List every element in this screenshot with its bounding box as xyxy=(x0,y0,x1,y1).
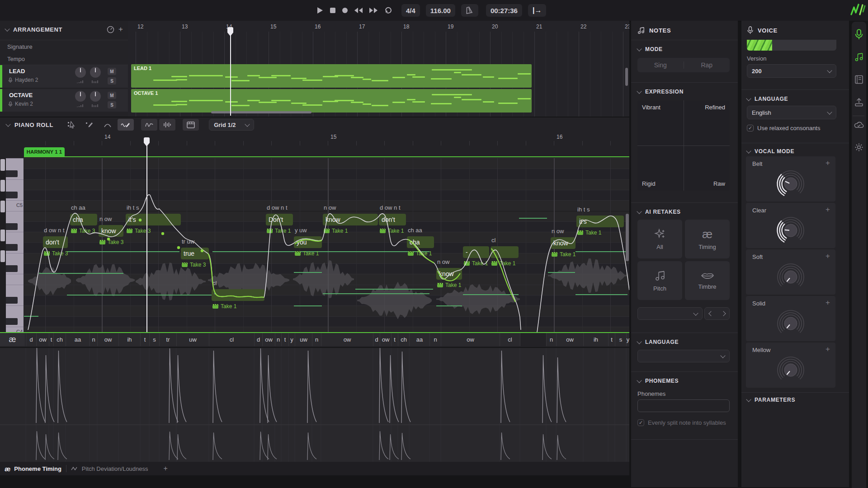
note-lyric-chip[interactable]: ' xyxy=(212,289,264,301)
note-take-label[interactable]: Take 1 xyxy=(212,303,236,310)
phoneme-cell[interactable]: y xyxy=(626,333,629,346)
phoneme-cell[interactable]: s xyxy=(149,333,159,346)
evenly-split-checkbox[interactable]: ✓ xyxy=(637,419,644,426)
phoneme-cell[interactable]: n xyxy=(312,333,321,346)
sidebar-cloud-icon[interactable] xyxy=(854,119,864,130)
note-group-chip[interactable]: HARMONY 1 1 xyxy=(24,147,65,156)
phoneme-cell[interactable]: ih xyxy=(583,333,608,346)
phoneme-cell[interactable]: ih xyxy=(118,333,140,346)
take-select-dropdown[interactable] xyxy=(637,307,703,320)
note-lyric-chip[interactable]: you xyxy=(294,236,322,248)
note-take-label[interactable]: Take 1 xyxy=(552,251,576,258)
viewport-range-bar[interactable] xyxy=(211,111,311,113)
phoneme-cell[interactable]: aa xyxy=(66,333,90,346)
note-lyric-chip[interactable]: cha xyxy=(407,236,434,248)
arrangement-collapse-icon[interactable] xyxy=(5,26,9,31)
vocal-mode-add-button[interactable]: + xyxy=(826,252,830,261)
tempo-row[interactable]: Tempo xyxy=(0,53,128,65)
tempo-map-icon[interactable] xyxy=(107,26,114,33)
phoneme-cell[interactable]: n xyxy=(429,333,441,346)
mute-button[interactable]: M xyxy=(108,92,116,99)
solo-button[interactable]: S xyxy=(108,101,116,108)
sidebar-library-icon[interactable] xyxy=(854,74,864,85)
pitch-draw-tool-button[interactable] xyxy=(118,119,134,131)
expression-collapse-icon[interactable] xyxy=(637,89,642,94)
note-take-label[interactable]: Take 3 xyxy=(99,239,123,245)
retake-all-button[interactable]: All xyxy=(637,220,682,258)
sidebar-music-note-icon[interactable] xyxy=(854,52,864,62)
sidebar-export-icon[interactable] xyxy=(854,97,864,108)
phoneme-cell[interactable]: d xyxy=(254,333,262,346)
phoneme-cell[interactable]: s xyxy=(615,333,626,346)
volume-knob[interactable] xyxy=(75,90,86,102)
draw-tool-button[interactable] xyxy=(81,119,98,131)
pan-knob[interactable] xyxy=(90,90,101,102)
clear-knob[interactable] xyxy=(770,215,811,246)
vocal-mode-add-button[interactable]: + xyxy=(826,159,830,168)
ai-retakes-collapse-icon[interactable] xyxy=(637,209,642,214)
arrangement-playhead-line[interactable] xyxy=(230,30,231,116)
mode-sing-button[interactable]: Sing xyxy=(637,61,684,69)
take-prev-button[interactable] xyxy=(708,311,713,316)
vocal-mode-add-button[interactable]: + xyxy=(826,205,830,214)
keys-scroll-chip[interactable] xyxy=(0,230,5,241)
piano-roll-playhead-head[interactable] xyxy=(144,137,150,146)
phoneme-cell[interactable]: uw xyxy=(176,333,209,346)
note-take-label[interactable]: Take 1 xyxy=(491,260,515,267)
belt-knob[interactable] xyxy=(770,168,811,200)
note-take-label[interactable]: Take 1 xyxy=(295,250,319,257)
piano-roll-collapse-icon[interactable] xyxy=(5,122,10,127)
phoneme-cell[interactable]: tr xyxy=(159,333,176,346)
mode-rap-button[interactable]: Rap xyxy=(684,61,730,69)
phoneme-cell[interactable]: ow xyxy=(380,333,391,346)
volume-knob[interactable] xyxy=(75,66,86,78)
phoneme-cell[interactable]: cl xyxy=(500,333,520,346)
note-lyric-chip[interactable]: don't xyxy=(43,236,68,248)
note-take-label[interactable]: Take 1 xyxy=(380,228,404,234)
note-lyric-chip[interactable]: know xyxy=(99,225,123,237)
phoneme-cell[interactable]: t xyxy=(49,333,53,346)
keys-scroll-chip[interactable] xyxy=(0,201,5,212)
sidebar-microphone-icon[interactable] xyxy=(854,29,864,40)
note-lyric-chip[interactable]: it's xyxy=(576,216,624,227)
record-button[interactable] xyxy=(342,7,348,14)
tempo-display[interactable]: 116.00 xyxy=(426,4,455,17)
mute-button[interactable]: M xyxy=(108,68,116,75)
pan-knob[interactable] xyxy=(90,66,101,78)
time-position-display[interactable]: 00:27:36 xyxy=(486,4,522,17)
arrangement-clip[interactable]: LEAD 1 xyxy=(131,64,532,88)
relaxed-consonants-checkbox[interactable]: ✓ xyxy=(747,125,754,131)
note-take-label[interactable]: Take 3 xyxy=(44,250,68,257)
metronome-button[interactable] xyxy=(461,4,478,17)
vocal-mode-add-button[interactable]: + xyxy=(826,298,830,307)
retake-timbre-button[interactable]: Timbre xyxy=(685,261,730,300)
note-lyric-chip[interactable]: true xyxy=(181,248,209,259)
grid-size-dropdown[interactable]: Grid 1/2 xyxy=(209,119,254,131)
arrangement-playhead-head[interactable] xyxy=(227,27,233,36)
phoneme-cell[interactable]: ow xyxy=(321,333,373,346)
note-language-dropdown[interactable] xyxy=(637,350,730,362)
phoneme-cell[interactable]: n xyxy=(546,333,556,346)
loop-button[interactable] xyxy=(384,7,393,14)
select-tool-button[interactable] xyxy=(63,119,80,131)
note-take-label[interactable]: Take 1 xyxy=(464,260,488,267)
note-lyric-chip[interactable]: it's xyxy=(126,214,181,225)
retake-timing-button[interactable]: æTiming xyxy=(685,220,730,258)
phoneme-cell[interactable]: d xyxy=(26,333,36,346)
voice-language-dropdown[interactable]: English xyxy=(747,106,836,119)
note-lyric-chip[interactable]: know xyxy=(436,268,462,280)
piano-black-key[interactable] xyxy=(6,170,18,177)
piano-black-key[interactable] xyxy=(6,192,18,198)
solo-button[interactable]: S xyxy=(108,77,116,84)
keys-scroll-chip[interactable] xyxy=(0,159,5,171)
phoneme-cell[interactable]: ow xyxy=(97,333,118,346)
phoneme-cell[interactable] xyxy=(520,333,546,346)
vocal-mode-add-button[interactable]: + xyxy=(826,345,830,354)
mellow-knob[interactable] xyxy=(770,354,811,386)
phoneme-cell[interactable]: n xyxy=(275,333,281,346)
note-lyric-chip[interactable]: know xyxy=(323,214,378,225)
piano-roll-playhead-line[interactable] xyxy=(146,145,147,332)
phoneme-cell[interactable]: y xyxy=(288,333,295,346)
note-lyric-chip[interactable]: ' xyxy=(491,246,519,258)
sidebar-settings-icon[interactable] xyxy=(854,142,864,153)
